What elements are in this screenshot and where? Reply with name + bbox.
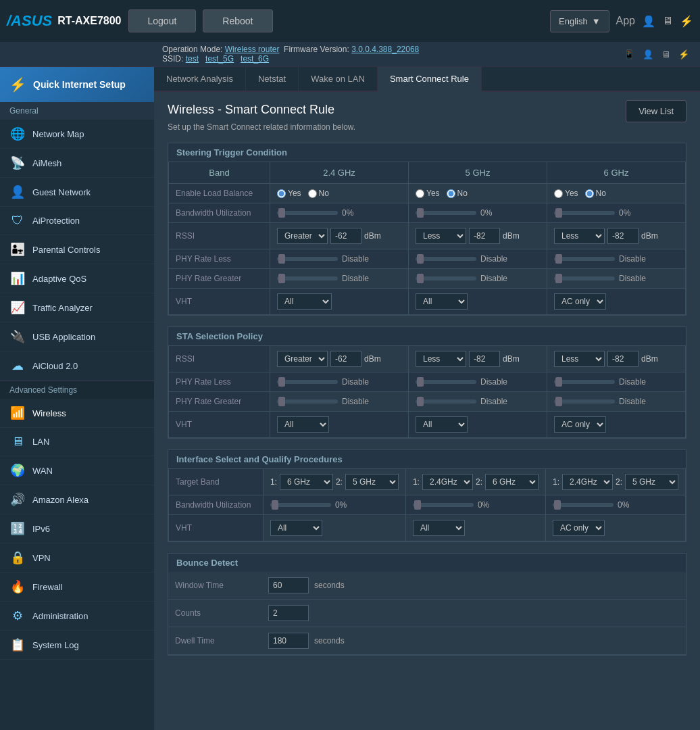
sidebar-item-wan[interactable]: 🌍 WAN	[0, 456, 154, 485]
language-selector[interactable]: English ▼	[550, 10, 609, 32]
phy-greater-thumb-2g[interactable]	[278, 274, 285, 283]
sidebar-item-ipv6[interactable]: 🔢 IPv6	[0, 514, 154, 543]
sidebar-item-guest-network[interactable]: 👤 Guest Network	[0, 178, 154, 207]
iface-bw-thumb-6g[interactable]	[554, 500, 561, 510]
op-mode-value[interactable]: Wireless router	[225, 45, 280, 54]
rssi-5g-val-input[interactable]	[469, 228, 500, 244]
vht-5g-select[interactable]: AllAC only	[416, 293, 468, 310]
sta-phy-less-thumb-2g[interactable]	[278, 377, 285, 387]
sidebar-item-aiprotection[interactable]: 🛡 AiProtection	[0, 207, 154, 235]
sidebar-item-firewall[interactable]: 🔥 Firewall	[0, 573, 154, 602]
lb-6g-no-radio[interactable]	[585, 189, 594, 198]
iface-vht-5g-select[interactable]: AllAC only	[413, 520, 465, 536]
lb-2g-yes-label[interactable]: Yes	[277, 189, 301, 198]
lb-5g-yes-label[interactable]: Yes	[416, 189, 440, 198]
sta-vht-6g-select[interactable]: AllAC only	[554, 416, 606, 433]
ssid-5g[interactable]: test_5G	[205, 54, 234, 64]
user-icon[interactable]: 👤	[642, 15, 655, 28]
quick-setup-item[interactable]: ⚡ Quick Internet Setup	[0, 67, 154, 102]
tab-smart-connect-rule[interactable]: Smart Connect Rule	[378, 67, 482, 92]
app-link-icon[interactable]: 📱	[624, 49, 634, 59]
phy-greater-thumb-5g[interactable]	[417, 274, 424, 283]
tb-5g-1-select[interactable]: 2.4GHz5 GHz6 GHz	[422, 474, 473, 490]
dwell-time-input[interactable]	[268, 633, 309, 649]
sta-rssi-6g-op-select[interactable]: GreaterLess	[554, 351, 605, 367]
rssi-2g-val-input[interactable]	[330, 228, 361, 244]
logout-button[interactable]: Logout	[128, 9, 197, 32]
sta-rssi-2g-op-select[interactable]: GreaterLess	[277, 351, 328, 367]
rssi-6g-op-select[interactable]: GreaterLess	[554, 228, 605, 244]
lb-6g-yes-radio[interactable]	[554, 189, 563, 198]
reboot-button[interactable]: Reboot	[203, 9, 272, 32]
sta-phy-less-thumb-5g[interactable]	[417, 377, 424, 387]
lb-6g-no-label[interactable]: No	[585, 189, 606, 198]
sta-rssi-2g-val-input[interactable]	[330, 351, 361, 367]
tab-netstat[interactable]: Netstat	[246, 67, 299, 91]
app-icon[interactable]: App	[616, 15, 635, 27]
bw-slider-thumb-5g[interactable]	[417, 208, 424, 218]
tb-2g-1-select[interactable]: 6 GHz5 GHz2.4 GHz	[280, 474, 333, 490]
monitor-link-icon[interactable]: 🖥	[661, 49, 670, 59]
phy-less-thumb-2g[interactable]	[278, 254, 285, 264]
window-time-input[interactable]	[268, 577, 309, 593]
sidebar-item-wireless[interactable]: 📶 Wireless	[0, 399, 154, 428]
lb-2g-no-label[interactable]: No	[308, 189, 329, 198]
sidebar-item-system-log[interactable]: 📋 System Log	[0, 631, 154, 660]
sta-rssi-5g-op-select[interactable]: GreaterLess	[416, 351, 466, 367]
phy-greater-thumb-6g[interactable]	[555, 274, 562, 283]
sta-rssi-6g-val-input[interactable]	[607, 351, 639, 367]
lb-2g-no-radio[interactable]	[308, 189, 317, 198]
lb-5g-yes-radio[interactable]	[416, 189, 424, 198]
usb-link-icon[interactable]: ⚡	[678, 49, 689, 59]
sta-phy-greater-thumb-5g[interactable]	[417, 397, 424, 406]
sidebar-item-aicloud[interactable]: ☁ AiCloud 2.0	[0, 351, 154, 381]
counts-input[interactable]	[268, 605, 309, 621]
fw-value[interactable]: 3.0.0.4.388_22068	[351, 45, 419, 54]
phy-less-thumb-5g[interactable]	[417, 254, 424, 264]
sta-phy-greater-thumb-2g[interactable]	[278, 397, 285, 406]
ssid-6g[interactable]: test_6G	[241, 54, 269, 64]
sta-phy-less-thumb-6g[interactable]	[555, 377, 562, 387]
usb-icon[interactable]: ⚡	[680, 15, 693, 28]
sta-vht-2g-select[interactable]: AllAC only	[277, 416, 329, 433]
tb-5g-2-select[interactable]: 6 GHz5 GHz2.4 GHz	[485, 474, 539, 490]
phy-less-thumb-6g[interactable]	[555, 254, 562, 264]
iface-vht-6g-select[interactable]: AllAC only	[553, 520, 605, 536]
sidebar-item-lan[interactable]: 🖥 LAN	[0, 428, 154, 456]
tb-2g-2-select[interactable]: 5 GHz6 GHz2.4 GHz	[345, 474, 399, 490]
sta-rssi-5g-val-input[interactable]	[469, 351, 500, 367]
user-link-icon[interactable]: 👤	[643, 49, 653, 59]
iface-vht-2g-select[interactable]: AllAC only	[270, 520, 322, 536]
tab-network-analysis[interactable]: Network Analysis	[154, 67, 246, 91]
ssid-2g[interactable]: test	[186, 54, 199, 64]
tb-6g-1-select[interactable]: 2.4GHz5 GHz6 GHz	[562, 474, 613, 490]
lb-5g-no-radio[interactable]	[447, 189, 455, 198]
sidebar-item-administration[interactable]: ⚙ Administration	[0, 602, 154, 631]
lb-2g-yes-radio[interactable]	[277, 189, 286, 198]
monitor-icon[interactable]: 🖥	[662, 15, 673, 27]
tab-wake-on-lan[interactable]: Wake on LAN	[299, 67, 378, 91]
bw-slider-thumb-6g[interactable]	[555, 208, 562, 218]
sidebar-item-aimesh[interactable]: 📡 AiMesh	[0, 149, 154, 178]
sidebar-item-adaptive-qos[interactable]: 📊 Adaptive QoS	[0, 264, 154, 293]
lb-5g-no-label[interactable]: No	[447, 189, 468, 198]
tb-6g-2-select[interactable]: 5 GHz6 GHz2.4 GHz	[625, 474, 678, 490]
lb-6g-yes-label[interactable]: Yes	[554, 189, 578, 198]
iface-bw-thumb-2g[interactable]	[272, 500, 278, 510]
sta-vht-5g-select[interactable]: AllAC only	[416, 416, 468, 433]
bw-slider-thumb-2g[interactable]	[278, 208, 285, 218]
sidebar-item-traffic-analyzer[interactable]: 📈 Traffic Analyzer	[0, 293, 154, 322]
rssi-2g-op-select[interactable]: GreaterLess	[277, 228, 328, 244]
sta-phy-greater-thumb-6g[interactable]	[555, 397, 562, 406]
vht-6g-select[interactable]: AllAC only	[554, 293, 606, 310]
view-list-button[interactable]: View List	[626, 100, 686, 122]
rssi-6g-val-input[interactable]	[607, 228, 639, 244]
rssi-5g-op-select[interactable]: GreaterLess	[416, 228, 466, 244]
sidebar-item-usb-application[interactable]: 🔌 USB Application	[0, 322, 154, 351]
sidebar-item-network-map[interactable]: 🌐 Network Map	[0, 120, 154, 149]
iface-bw-thumb-5g[interactable]	[414, 500, 421, 510]
sidebar-item-amazon-alexa[interactable]: 🔊 Amazon Alexa	[0, 485, 154, 514]
sidebar-item-vpn[interactable]: 🔒 VPN	[0, 543, 154, 573]
sidebar-item-parental-controls[interactable]: 👨‍👧 Parental Controls	[0, 235, 154, 264]
vht-2g-select[interactable]: AllAC onlyN onlyB/G only	[277, 293, 332, 310]
